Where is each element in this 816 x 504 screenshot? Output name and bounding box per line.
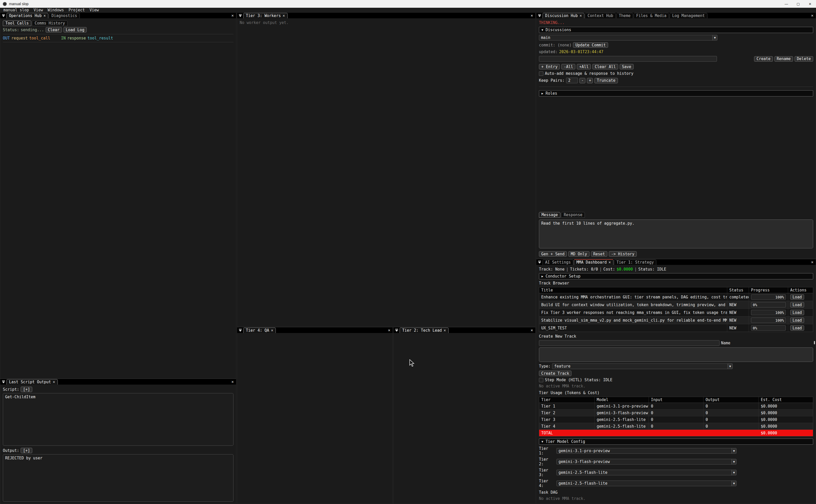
tier3-model-select[interactable]: gemini-2.5-flash-lite ▼ xyxy=(556,470,737,475)
message-textarea[interactable]: Read the first 10 lines of aggregate.py. xyxy=(539,220,813,248)
tab-tier1-strategy[interactable]: Tier 1: Strategy xyxy=(614,259,657,265)
load-log-button[interactable]: Load Log xyxy=(63,27,87,32)
panel-close-icon[interactable]: ✕ xyxy=(528,328,535,332)
minimize-button[interactable]: — xyxy=(780,0,792,8)
track-description-textarea[interactable] xyxy=(539,347,813,362)
discussions-collapsible[interactable]: ▼ Discussions xyxy=(539,27,813,33)
load-button[interactable]: Load xyxy=(790,318,804,323)
truncate-button[interactable]: Truncate xyxy=(594,78,618,83)
tab-tier2-tech-lead[interactable]: Tier 2: Tech Lead × xyxy=(400,328,449,333)
tier1-model-select[interactable]: gemini-3.1-pro-preview ▼ xyxy=(556,448,737,454)
clear-all-button[interactable]: Clear All xyxy=(592,64,618,69)
load-button[interactable]: Load xyxy=(790,302,804,307)
tab-ai-settings[interactable]: AI Settings xyxy=(543,259,573,265)
menu-project[interactable]: Project xyxy=(66,8,87,12)
table-row[interactable]: Build UI for context window utilization,… xyxy=(539,301,813,309)
scrollbar-thumb[interactable] xyxy=(814,341,815,344)
tier2-model-select[interactable]: gemini-3-flash-preview ▼ xyxy=(556,459,737,465)
tab-mma-dashboard[interactable]: MMA Dashboard × xyxy=(574,259,613,265)
close-button[interactable]: ✕ xyxy=(804,0,816,8)
tab-close-icon[interactable]: × xyxy=(579,13,582,18)
tab-log-management[interactable]: Log Management xyxy=(669,13,707,18)
tab-close-icon[interactable]: × xyxy=(609,260,611,265)
window-menu-icon[interactable] xyxy=(536,13,543,18)
maximize-button[interactable]: ▢ xyxy=(792,0,804,8)
tab-diagnostics[interactable]: Diagnostics xyxy=(49,13,79,18)
tab-message[interactable]: Message xyxy=(539,212,560,218)
tab-tool-calls[interactable]: Tool Calls xyxy=(3,20,31,26)
output-textarea[interactable]: REJECTED by user xyxy=(3,454,233,502)
create-track-button[interactable]: Create Track xyxy=(539,371,571,376)
tab-tier3-workers[interactable]: Tier 3: Workers × xyxy=(243,13,288,18)
delete-button[interactable]: Delete xyxy=(795,56,813,62)
tier4-model-select[interactable]: gemini-2.5-flash-lite ▼ xyxy=(556,481,737,486)
tab-comms-history[interactable]: Comms History xyxy=(32,20,67,26)
track-name-input[interactable] xyxy=(539,340,720,346)
create-button[interactable]: Create xyxy=(754,56,773,62)
menu-windows[interactable]: Windows xyxy=(45,8,66,12)
track-type-select[interactable]: feature ▼ xyxy=(552,363,733,369)
window-title: manual slop xyxy=(9,2,29,6)
tab-close-icon[interactable]: × xyxy=(271,328,273,333)
tab-close-icon[interactable]: × xyxy=(43,13,46,18)
script-textarea[interactable]: Get-ChildItem xyxy=(3,393,233,446)
menu-view[interactable]: View xyxy=(31,8,45,12)
panel-close-icon[interactable]: ✕ xyxy=(229,13,236,18)
tab-close-icon[interactable]: × xyxy=(282,13,285,18)
md-only-button[interactable]: MD Only xyxy=(568,251,589,257)
gen-send-button[interactable]: Gen + Send xyxy=(539,251,567,257)
tab-operations-hub[interactable]: Operations Hub × xyxy=(6,13,48,18)
update-commit-button[interactable]: Update Commit xyxy=(573,42,608,48)
tab-discussion-hub[interactable]: Discussion Hub × xyxy=(543,13,584,18)
panel-close-icon[interactable]: ✕ xyxy=(809,13,816,18)
keep-pairs-input[interactable]: 2 xyxy=(566,78,578,83)
to-history-button[interactable]: -> History xyxy=(609,251,637,257)
window-menu-icon[interactable] xyxy=(237,13,243,18)
tab-theme[interactable]: Theme xyxy=(616,13,633,18)
window-menu-icon[interactable] xyxy=(237,327,243,333)
load-button[interactable]: Load xyxy=(790,294,804,300)
menu-view-2[interactable]: View xyxy=(87,8,101,12)
expand-all-button[interactable]: +All xyxy=(577,64,591,69)
table-row[interactable]: Stabilize visual_sim_mma_v2.py and mock_… xyxy=(539,316,813,324)
keep-pairs-minus-button[interactable]: - xyxy=(579,78,585,83)
rename-button[interactable]: Rename xyxy=(774,56,793,62)
discussion-select[interactable]: main ▼ xyxy=(539,35,717,40)
save-button[interactable]: Save xyxy=(620,64,634,69)
window-menu-icon[interactable] xyxy=(393,327,400,333)
add-entry-button[interactable]: + Entry xyxy=(539,64,560,69)
table-row[interactable]: Enhance existing MMA orchestration GUI: … xyxy=(539,293,813,301)
conductor-setup-collapsible[interactable]: ▶ Conductor Setup xyxy=(539,273,813,279)
reset-button[interactable]: Reset xyxy=(591,251,607,257)
table-row[interactable]: UX_SIM_TEST NEW 0% Load xyxy=(539,324,813,332)
cost-value: $0.0000 xyxy=(617,267,633,272)
menu-manual-slop[interactable]: manual slop xyxy=(1,8,31,12)
load-button[interactable]: Load xyxy=(790,325,804,331)
output-expand-button[interactable]: [+] xyxy=(21,448,32,453)
tab-files-media[interactable]: Files & Media xyxy=(634,13,669,18)
tier-model-config-collapsible[interactable]: ▼ Tier Model Config xyxy=(539,438,813,445)
window-menu-icon[interactable] xyxy=(536,259,543,265)
clear-button[interactable]: Clear xyxy=(46,27,62,32)
roles-collapsible[interactable]: ▶ Roles xyxy=(539,90,813,96)
tab-tier4-qa[interactable]: Tier 4: QA × xyxy=(243,328,276,333)
discussion-name-input[interactable] xyxy=(539,56,717,62)
panel-close-icon[interactable]: ✕ xyxy=(386,328,393,332)
keep-pairs-plus-button[interactable]: + xyxy=(587,78,593,83)
script-expand-button[interactable]: [+] xyxy=(21,387,32,392)
tab-last-script-output[interactable]: Last Script Output × xyxy=(6,379,58,385)
tab-response[interactable]: Response xyxy=(561,212,585,218)
step-mode-checkbox[interactable] xyxy=(539,378,543,382)
tab-close-icon[interactable]: × xyxy=(444,328,446,333)
window-menu-icon[interactable] xyxy=(0,13,6,18)
panel-close-icon[interactable]: ✕ xyxy=(528,13,535,18)
tab-close-icon[interactable]: × xyxy=(53,380,55,384)
panel-close-icon[interactable]: ✕ xyxy=(229,379,236,384)
auto-add-checkbox[interactable] xyxy=(539,71,543,76)
load-button[interactable]: Load xyxy=(790,310,804,315)
tab-context-hub[interactable]: Context Hub xyxy=(585,13,616,18)
panel-close-icon[interactable]: ✕ xyxy=(809,260,816,264)
table-row[interactable]: Fix Tier 3 worker responses not reaching… xyxy=(539,309,813,316)
collapse-all-button[interactable]: -All xyxy=(561,64,575,69)
window-menu-icon[interactable] xyxy=(0,379,6,385)
